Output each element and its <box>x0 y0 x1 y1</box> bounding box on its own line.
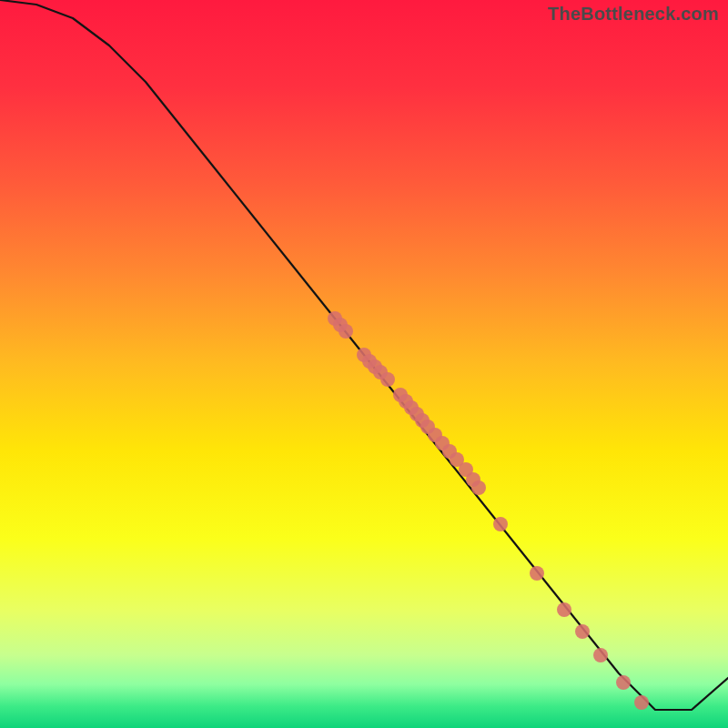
data-marker <box>380 372 395 387</box>
data-marker <box>575 624 590 639</box>
data-marker <box>339 324 353 339</box>
data-marker <box>493 517 508 531</box>
data-marker <box>616 675 631 690</box>
data-marker <box>593 648 608 662</box>
data-marker <box>530 566 544 581</box>
watermark-text: TheBottleneck.com <box>548 4 719 25</box>
data-marker <box>634 695 649 710</box>
data-marker <box>557 602 571 617</box>
chart-plot-layer <box>0 0 728 728</box>
chart-container: TheBottleneck.com <box>0 0 728 728</box>
data-marker <box>471 480 486 495</box>
